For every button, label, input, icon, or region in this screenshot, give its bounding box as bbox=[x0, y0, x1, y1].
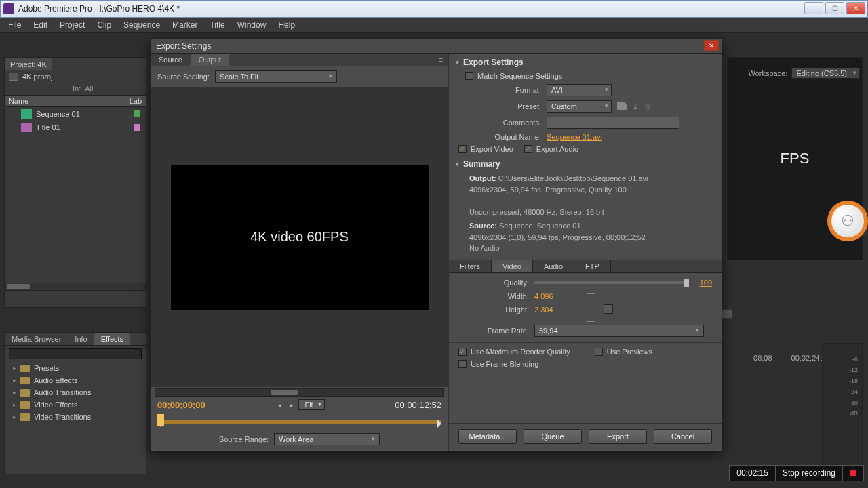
tab-effects[interactable]: Effects bbox=[94, 333, 130, 345]
export-audio-checkbox[interactable]: ✓ bbox=[524, 145, 532, 153]
menu-help[interactable]: Help bbox=[273, 19, 300, 31]
menu-project[interactable]: Project bbox=[54, 19, 90, 31]
metadata-button[interactable]: Metadata... bbox=[458, 429, 517, 444]
cancel-button[interactable]: Cancel bbox=[654, 429, 712, 444]
project-item-title[interactable]: Title 01 bbox=[5, 121, 146, 134]
workspace-value[interactable]: Editing (CS5.5) bbox=[791, 68, 860, 79]
tab-ftp[interactable]: FTP bbox=[574, 260, 611, 272]
quality-slider-handle[interactable] bbox=[684, 279, 689, 287]
project-columns[interactable]: Name Lab bbox=[5, 95, 146, 107]
use-previews-checkbox[interactable] bbox=[595, 348, 603, 356]
fit-dropdown[interactable]: Fit bbox=[298, 399, 324, 410]
menu-file[interactable]: File bbox=[3, 19, 26, 31]
constrain-checkbox[interactable] bbox=[604, 304, 613, 314]
menu-title[interactable]: Title bbox=[204, 19, 230, 31]
os-titlebar: Adobe Premiere Pro - I:\GoPro HERO 4\4K … bbox=[0, 0, 868, 18]
maximize-button[interactable]: ☐ bbox=[825, 2, 844, 14]
output-name-link[interactable]: Sequence 01.avi bbox=[547, 133, 602, 141]
item-name: Title 01 bbox=[36, 123, 60, 131]
match-sequence-label: Match Sequence Settings bbox=[477, 72, 562, 80]
tab-info[interactable]: Info bbox=[68, 333, 94, 345]
disclosure-icon[interactable]: ▾ bbox=[456, 59, 459, 66]
folder-icon bbox=[20, 365, 30, 372]
folder-video-transitions[interactable]: ▸Video Transitions bbox=[5, 411, 146, 423]
scrub-out-handle[interactable] bbox=[437, 420, 446, 428]
project-scroll-h[interactable] bbox=[5, 283, 146, 291]
output-name-label: Output Name: bbox=[456, 133, 541, 141]
playhead[interactable] bbox=[157, 414, 164, 426]
tab-video[interactable]: Video bbox=[492, 260, 533, 272]
sequence-icon bbox=[21, 109, 32, 119]
project-item-sequence[interactable]: Sequence 01 bbox=[5, 107, 146, 121]
max-render-checkbox[interactable]: ✓ bbox=[458, 348, 467, 356]
screen-recorder-bubble-icon[interactable]: ⚇ bbox=[827, 201, 868, 241]
folder-icon bbox=[20, 389, 30, 396]
export-settings-header: Export Settings bbox=[463, 58, 524, 67]
link-bracket-icon bbox=[587, 293, 595, 322]
project-tab[interactable]: Project: 4K bbox=[5, 58, 52, 70]
effects-panel: Media Browser Info Effects ▸Presets ▸Aud… bbox=[4, 332, 146, 474]
folder-audio-transitions[interactable]: ▸Audio Transitions bbox=[5, 386, 146, 399]
bin-name: 4K.prproj bbox=[22, 73, 53, 81]
tool-icon[interactable] bbox=[722, 309, 732, 319]
comments-input[interactable] bbox=[547, 117, 679, 129]
frame-rate-dropdown[interactable]: 59,94 bbox=[534, 325, 704, 337]
menu-edit[interactable]: Edit bbox=[28, 19, 53, 31]
minimize-button[interactable]: — bbox=[804, 2, 823, 14]
tab-source[interactable]: Source bbox=[151, 54, 191, 66]
width-value[interactable]: 4 096 bbox=[534, 292, 553, 300]
folder-icon bbox=[20, 377, 30, 384]
menu-clip[interactable]: Clip bbox=[92, 19, 117, 31]
disclosure-icon[interactable]: ▾ bbox=[456, 161, 459, 167]
preview-scroll-h[interactable] bbox=[155, 388, 444, 396]
audio-meter: -6-12-18 -24-30dB bbox=[822, 343, 863, 479]
save-preset-icon[interactable] bbox=[617, 102, 627, 110]
panel-menu-icon[interactable]: ≡ bbox=[433, 54, 448, 66]
delete-preset-icon[interactable]: 🗑 bbox=[644, 102, 652, 110]
quality-value[interactable]: 100 bbox=[700, 279, 712, 287]
recording-toolbar: 00:02:15 Stop recording bbox=[729, 465, 864, 481]
tab-output[interactable]: Output bbox=[191, 54, 229, 66]
preview-video-frame: 4K video 60FPS bbox=[171, 165, 429, 310]
step-fwd-icon[interactable]: ▸ bbox=[287, 401, 296, 409]
in-value: All bbox=[85, 85, 93, 93]
col-name[interactable]: Name bbox=[9, 97, 28, 105]
frame-rate-label: Frame Rate: bbox=[458, 327, 529, 335]
height-value[interactable]: 2 304 bbox=[534, 306, 553, 314]
frame-blending-checkbox[interactable] bbox=[458, 360, 467, 368]
tc-in[interactable]: 00;00;00;00 bbox=[157, 400, 205, 410]
preset-dropdown[interactable]: Custom bbox=[547, 100, 612, 113]
menu-window[interactable]: Window bbox=[232, 19, 272, 31]
menu-sequence[interactable]: Sequence bbox=[118, 19, 165, 31]
source-scaling-dropdown[interactable]: Scale To Fit bbox=[215, 70, 337, 83]
tab-filters[interactable]: Filters bbox=[449, 260, 492, 272]
width-label: Width: bbox=[458, 292, 529, 300]
match-sequence-checkbox[interactable] bbox=[465, 72, 473, 80]
dialog-close-button[interactable]: ✕ bbox=[704, 40, 719, 51]
export-button[interactable]: Export bbox=[589, 429, 647, 444]
format-label: Format: bbox=[456, 86, 541, 94]
close-button[interactable]: ✕ bbox=[846, 2, 865, 14]
menubar: File Edit Project Clip Sequence Marker T… bbox=[0, 18, 868, 33]
import-preset-icon[interactable]: ⤓ bbox=[632, 102, 639, 111]
window-title: Adobe Premiere Pro - I:\GoPro HERO 4\4K … bbox=[18, 4, 180, 14]
folder-video-effects[interactable]: ▸Video Effects bbox=[5, 399, 146, 411]
workspace-selector[interactable]: Workspace: Editing (CS5.5) bbox=[749, 68, 860, 79]
source-range-dropdown[interactable]: Work Area bbox=[274, 433, 380, 445]
export-video-checkbox[interactable]: ✓ bbox=[458, 145, 467, 153]
col-label[interactable]: Lab bbox=[130, 97, 142, 105]
queue-button[interactable]: Queue bbox=[524, 429, 582, 444]
menu-marker[interactable]: Marker bbox=[167, 19, 203, 31]
tab-audio[interactable]: Audio bbox=[533, 260, 574, 272]
tab-media-browser[interactable]: Media Browser bbox=[5, 333, 68, 345]
stop-recording-button[interactable]: Stop recording bbox=[776, 466, 843, 481]
record-indicator-icon[interactable] bbox=[843, 466, 863, 481]
format-dropdown[interactable]: AVI bbox=[547, 84, 612, 96]
folder-audio-effects[interactable]: ▸Audio Effects bbox=[5, 374, 146, 386]
step-back-icon[interactable]: ◂ bbox=[275, 401, 284, 409]
summary-source: Source: Sequence, Sequence 01 4096x2304 … bbox=[449, 219, 722, 256]
effects-search-input[interactable] bbox=[9, 348, 142, 359]
folder-presets[interactable]: ▸Presets bbox=[5, 362, 146, 374]
scrub-bar[interactable] bbox=[157, 413, 441, 429]
summary-output: Output: C:\Users\EliteBook\Desktop\Seque… bbox=[449, 171, 722, 219]
